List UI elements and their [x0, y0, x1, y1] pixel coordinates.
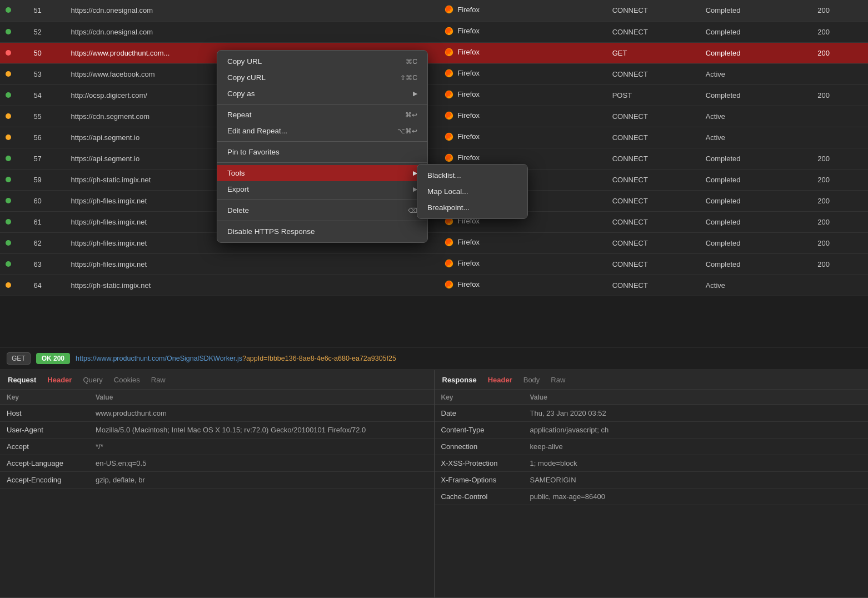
row-method: CONNECT [607, 169, 700, 190]
menu-item[interactable]: Tools▶ [217, 165, 427, 181]
menu-divider [217, 141, 427, 142]
row-code [812, 106, 868, 127]
menu-divider [217, 221, 427, 221]
row-id: 50 [28, 42, 65, 63]
browser-name: Firefox [457, 111, 480, 119]
menu-item[interactable]: Repeat⌘↩ [217, 107, 427, 123]
table-row[interactable]: 55 https://cdn.segment.com Firefox CONNE… [0, 106, 868, 127]
table-row[interactable]: 54 http://ocsp.digicert.com/ Firefox POS… [0, 84, 868, 106]
browser-name: Firefox [457, 259, 480, 267]
status-dot-cell [0, 275, 28, 296]
response-tab-raw[interactable]: Raw [550, 376, 566, 384]
status-dot [6, 7, 11, 13]
row-status: Completed [700, 21, 812, 42]
row-method: CONNECT [607, 21, 700, 42]
status-dot [6, 92, 11, 98]
request-row: Accept*/* [0, 438, 434, 455]
response-tab-header[interactable]: Header [487, 376, 513, 384]
status-ok-badge: OK 200 [36, 353, 70, 364]
status-dot-cell [0, 0, 28, 21]
request-tab-query[interactable]: Query [82, 376, 103, 384]
status-dot-cell [0, 42, 28, 63]
request-tab-header[interactable]: Header [46, 376, 73, 384]
submenu-item[interactable]: Map Local... [417, 183, 527, 200]
request-row: Hostwww.producthunt.com [0, 405, 434, 422]
table-row[interactable]: 52 https://cdn.onesignal.com Firefox CON… [0, 21, 868, 42]
request-value-col: Value [89, 390, 434, 405]
menu-shortcut: ⇧⌘C [400, 74, 417, 82]
table-row[interactable]: 64 https://ph-static.imgix.net Firefox C… [0, 275, 868, 296]
table-row[interactable]: 56 https://api.segment.io Firefox CONNEC… [0, 127, 868, 148]
status-dot [6, 198, 11, 203]
row-code: 200 [812, 0, 868, 21]
menu-item[interactable]: Export▶ [217, 181, 427, 197]
row-id: 51 [28, 0, 65, 21]
status-dot [6, 71, 11, 77]
menu-item[interactable]: Copy as▶ [217, 86, 427, 102]
row-code: 200 [812, 84, 868, 106]
status-dot-cell [0, 211, 28, 232]
response-row: DateThu, 23 Jan 2020 03:52 [435, 405, 869, 422]
row-status: Completed [700, 253, 812, 275]
row-id: 61 [28, 211, 65, 232]
menu-item[interactable]: Copy URL⌘C [217, 53, 427, 69]
method-badge: GET [7, 352, 31, 365]
table-row[interactable]: 62 https://ph-files.imgix.net Firefox CO… [0, 232, 868, 253]
row-status: Completed [700, 190, 812, 211]
table-row[interactable]: 63 https://ph-files.imgix.net Firefox CO… [0, 253, 868, 275]
row-method: GET [607, 42, 700, 63]
menu-item-label: Disable HTTPS Response [227, 227, 417, 236]
network-table: 51 https://cdn.onesignal.com Firefox CON… [0, 0, 868, 296]
row-browser: Firefox [438, 127, 606, 148]
request-key: User-Agent [0, 422, 89, 438]
row-code: 200 [812, 21, 868, 42]
row-code [812, 63, 868, 84]
menu-item[interactable]: Disable HTTPS Response [217, 223, 427, 240]
menu-item[interactable]: Edit and Repeat...⌥⌘↩ [217, 123, 427, 139]
menu-item[interactable]: Pin to Favorites [217, 144, 427, 160]
menu-item-label: Copy cURL [227, 73, 400, 82]
status-dot-cell [0, 253, 28, 275]
table-row[interactable]: 53 https://www.facebook.com Firefox CONN… [0, 63, 868, 84]
row-id: 56 [28, 127, 65, 148]
request-key: Accept [0, 438, 89, 455]
row-status: Completed [700, 169, 812, 190]
row-browser: Firefox [438, 232, 606, 253]
table-row[interactable]: 50 https://www.producthunt.com... Firefo… [0, 42, 868, 63]
status-dot [6, 113, 11, 119]
response-tabs: Response Header Body Raw [435, 370, 869, 390]
row-status: Active [700, 275, 812, 296]
row-id: 53 [28, 63, 65, 84]
request-value: en-US,en;q=0.5 [89, 455, 434, 472]
menu-item-label: Pin to Favorites [227, 148, 417, 156]
response-table: DateThu, 23 Jan 2020 03:52Content-Typeap… [435, 405, 869, 505]
submenu-item[interactable]: Breakpoint... [417, 200, 527, 216]
status-bar: GET OK 200 https://www.producthunt.com/O… [0, 347, 868, 370]
row-id: 55 [28, 106, 65, 127]
request-tab-raw[interactable]: Raw [150, 376, 167, 384]
status-dot [6, 177, 11, 182]
request-key-col: Key [0, 390, 89, 405]
submenu-item[interactable]: Blacklist... [417, 167, 527, 183]
request-row: Accept-Languageen-US,en;q=0.5 [0, 455, 434, 472]
response-tab-body[interactable]: Body [522, 376, 541, 384]
row-browser: Firefox [438, 275, 606, 296]
status-dot-cell [0, 21, 28, 42]
request-table: Hostwww.producthunt.comUser-AgentMozilla… [0, 405, 434, 489]
menu-item-label: Tools [227, 169, 413, 177]
menu-item[interactable]: Copy cURL⇧⌘C [217, 69, 427, 86]
row-status: Completed [700, 42, 812, 63]
row-status: Completed [700, 211, 812, 232]
menu-item[interactable]: Delete⌫ [217, 202, 427, 218]
request-tab-cookies[interactable]: Cookies [113, 376, 141, 384]
menu-item-label: Edit and Repeat... [227, 127, 397, 135]
menu-item-label: Copy URL [227, 57, 406, 66]
table-row[interactable]: 51 https://cdn.onesignal.com Firefox CON… [0, 0, 868, 21]
browser-name: Firefox [457, 27, 480, 35]
row-code: 200 [812, 42, 868, 63]
row-method: CONNECT [607, 211, 700, 232]
response-key: Content-Type [435, 422, 523, 438]
response-row: X-XSS-Protection1; mode=block [435, 455, 869, 472]
status-dot-cell [0, 106, 28, 127]
row-url: https://cdn.onesignal.com [66, 21, 439, 42]
